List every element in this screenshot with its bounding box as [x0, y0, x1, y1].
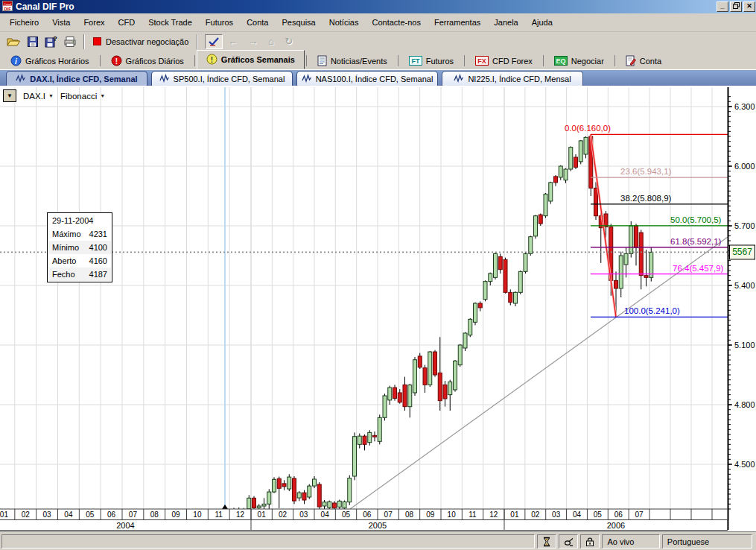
chart-tab-ni225[interactable]: NI225.I, Índice CFD, Mensal: [442, 71, 583, 86]
menu-item-cfd[interactable]: CFD: [112, 15, 142, 30]
menu-item-futuros[interactable]: Futuros: [199, 15, 240, 30]
month-label: 07: [384, 511, 393, 519]
chart-tab-nas100[interactable]: NAS100.I, Índice CFD, Semanal: [296, 71, 438, 86]
tab-gr-ficos-semanais[interactable]: !Gráficos Semanais: [197, 50, 305, 69]
chart-tab-dax[interactable]: DAX.I, Índice CFD, Semanal: [6, 71, 147, 86]
fib-label-76.4: 76.4(5.457,9): [673, 264, 724, 273]
month-label: 08: [405, 511, 414, 519]
tab-cfd-forex[interactable]: FXCFD Forex: [466, 53, 541, 69]
svg-text:DIF: DIF: [4, 7, 11, 11]
tab-separator: [543, 55, 544, 66]
tab-label: Gráficos Diários: [126, 57, 184, 66]
menu-item-contacte-nos[interactable]: Contacte-nos: [366, 15, 428, 30]
month-label: 03: [299, 511, 308, 519]
menu-item-conta[interactable]: Conta: [240, 15, 275, 30]
status-language: Portuguese: [662, 534, 752, 549]
tab-label: Gráficos Semanais: [221, 55, 295, 64]
confirm-check-button[interactable]: [205, 34, 223, 49]
month-label: 10: [448, 511, 457, 519]
waveform-icon: [302, 74, 312, 84]
month-label: 06: [363, 511, 372, 519]
tab-noticias-events[interactable]: Noticias/Events: [308, 53, 396, 69]
waveform-icon: [159, 74, 170, 84]
year-label-2005: 2005: [369, 521, 387, 530]
toolbar-separator: [197, 34, 198, 49]
restore-button[interactable]: [730, 1, 742, 12]
month-label: 06: [614, 511, 623, 519]
menu-item-janela[interactable]: Janela: [487, 15, 524, 30]
tab-label: Negociar: [571, 57, 604, 66]
tab-futuros[interactable]: FTFuturos: [400, 53, 463, 69]
tab-label: Noticias/Events: [331, 57, 387, 66]
month-label: 08: [150, 511, 159, 519]
tab-negociar[interactable]: EQNegociar: [545, 53, 613, 69]
tab-separator: [194, 55, 195, 66]
waveform-icon: [454, 74, 464, 84]
tab-label: Futuros: [426, 57, 454, 66]
month-label: 03: [43, 511, 52, 519]
main-tab-bar: iGráficos Horários!Gráficos Diários!Gráf…: [0, 51, 756, 70]
back-button[interactable]: ←: [223, 36, 243, 47]
chart-tab-bar: DAX.I, Índice CFD, SemanalSP500.I, Índic…: [0, 70, 756, 86]
menu-item-pesquisa[interactable]: Pesquisa: [275, 15, 322, 30]
price-tick-5.700: 5.700: [734, 221, 755, 230]
tool-selector[interactable]: Fibonacci ▼: [60, 92, 105, 101]
print-button[interactable]: [60, 34, 80, 50]
disable-trading-label: Desactivar negociação: [106, 37, 188, 46]
chart-dropdown-button[interactable]: ▼: [3, 89, 16, 102]
menu-item-stock-trade[interactable]: Stock Trade: [142, 15, 199, 30]
home-button[interactable]: ⌂: [263, 36, 279, 47]
window-title: Canal DIF Pro: [16, 1, 74, 12]
month-label: 12: [236, 511, 245, 519]
forward-button[interactable]: →: [243, 36, 263, 47]
price-tick-4.800: 4.800: [734, 400, 755, 409]
menu-item-vista[interactable]: Vista: [45, 15, 77, 30]
svg-text:!: !: [211, 55, 213, 63]
year-label-2004: 2004: [116, 521, 134, 530]
chevron-down-icon: ▼: [100, 93, 105, 98]
tab-gr-ficos-hor-rios[interactable]: iGráficos Horários: [1, 53, 98, 69]
save-as-button[interactable]: ?: [42, 34, 60, 50]
minimize-button[interactable]: _: [717, 1, 728, 12]
menu-item-ajuda[interactable]: Ajuda: [525, 15, 559, 30]
symbol-selector[interactable]: DAX.I ▼: [23, 92, 54, 101]
price-tick-5.100: 5.100: [734, 341, 755, 350]
stop-square-icon: [93, 37, 101, 45]
window-controls: _✕: [715, 1, 755, 12]
month-label: 05: [594, 511, 603, 519]
month-label: 09: [426, 511, 435, 519]
menu-item-ficheiro[interactable]: Ficheiro: [3, 15, 45, 30]
tooltip-row: Aberto4160: [48, 254, 111, 268]
hourglass-icon: [537, 534, 556, 549]
close-button[interactable]: ✕: [743, 1, 755, 12]
title-bar[interactable]: CanalDIF Canal DIF Pro _✕: [0, 0, 756, 13]
save-button[interactable]: [24, 34, 42, 50]
price-tick-5.400: 5.400: [734, 281, 755, 290]
tab-gr-ficos-di-rios[interactable]: !Gráficos Diários: [102, 53, 193, 69]
month-label: 07: [129, 511, 138, 519]
tab-conta[interactable]: Conta: [617, 53, 670, 69]
month-label: 07: [635, 511, 644, 519]
month-label: 02: [279, 511, 288, 519]
price-tick-6.000: 6.000: [734, 162, 755, 171]
menu-item-forex[interactable]: Forex: [77, 15, 111, 30]
tooltip-row-label: Aberto: [52, 256, 76, 265]
refresh-button[interactable]: ↻: [279, 36, 298, 47]
month-label: 03: [552, 511, 561, 519]
tab-label: Gráficos Horários: [25, 57, 89, 66]
svg-text:FX: FX: [477, 57, 486, 65]
candlestick-chart[interactable]: 0.0(6.160,0)23.6(5.943,1)38.2(5.808,9)50…: [0, 86, 756, 531]
chart-tab-sp500[interactable]: SP500.I, Índice CFD, Semanal: [151, 71, 293, 86]
menu-item-not-cias[interactable]: Notícias: [323, 15, 366, 30]
disable-trading-button[interactable]: Desactivar negociação: [89, 34, 193, 50]
month-label: 05: [342, 511, 351, 519]
alert-red-icon: !: [111, 55, 122, 68]
tooltip-row: Fecho4187: [48, 268, 111, 281]
month-label: 01: [258, 511, 267, 519]
month-label: 10: [193, 511, 202, 519]
status-main-panel: [1, 534, 535, 549]
tooltip-row-label: Máximo: [52, 230, 81, 238]
open-button[interactable]: [4, 34, 24, 50]
chevron-down-icon: ▼: [7, 92, 13, 99]
menu-item-ferramentas[interactable]: Ferramentas: [428, 15, 487, 30]
